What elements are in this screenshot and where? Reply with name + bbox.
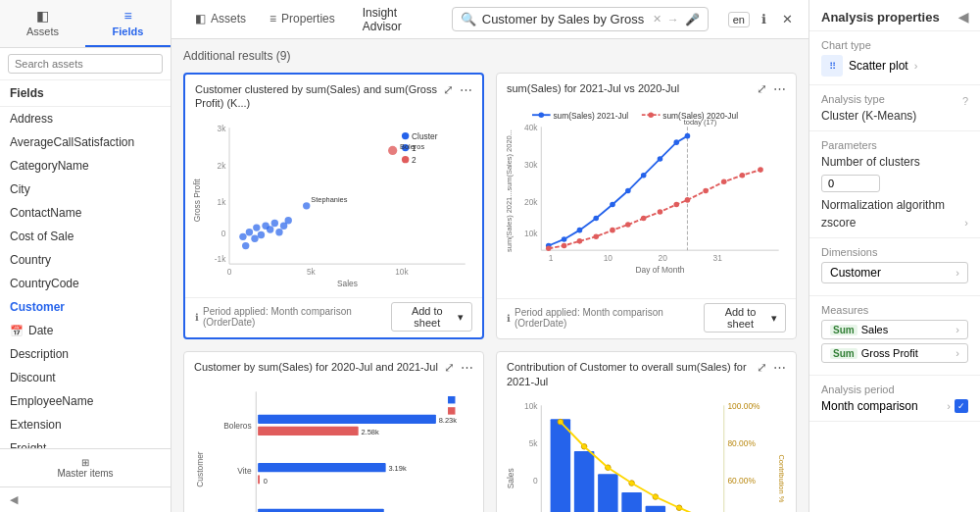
field-freight[interactable]: Freight xyxy=(0,436,171,448)
svg-text:0: 0 xyxy=(227,267,232,277)
info-btn[interactable]: ℹ xyxy=(758,10,770,28)
more-icon[interactable]: ⋯ xyxy=(773,81,786,96)
measure-sales-tag[interactable]: Sum Sales › xyxy=(821,320,968,339)
search-bar: 🔍 ✕ → 🎤 xyxy=(452,7,709,31)
svg-text:5k: 5k xyxy=(307,267,317,277)
analysis-period-label: Analysis period xyxy=(821,384,968,395)
svg-point-35 xyxy=(538,112,544,118)
chart-line[interactable]: sum(Sales) for 2021-Jul vs 2020-Jul ⤢ ⋯ … xyxy=(496,73,797,339)
add-to-sheet-btn-1[interactable]: Add to sheet ▾ xyxy=(391,302,472,332)
sidebar-tab-assets[interactable]: ◧ Assets xyxy=(0,0,85,47)
panel-collapse-btn[interactable]: ◀ xyxy=(958,10,968,25)
analysis-type-value[interactable]: Cluster (K-Means) xyxy=(821,109,968,123)
arrow-icon[interactable]: → xyxy=(667,13,679,26)
more-icon[interactable]: ⋯ xyxy=(460,82,472,97)
sidebar-tabs: ◧ Assets ≡ Fields xyxy=(0,0,171,48)
svg-text:Boleros: Boleros xyxy=(223,421,251,431)
normalization-value-row[interactable]: zscore › xyxy=(821,216,968,230)
field-discount[interactable]: Discount xyxy=(0,366,171,389)
svg-text:Day of Month: Day of Month xyxy=(636,265,685,275)
svg-text:sum(Sales) 2021-Jul: sum(Sales) 2021-Jul xyxy=(553,111,628,121)
svg-text:3.19k: 3.19k xyxy=(388,465,406,474)
chart-scatter[interactable]: Customer clustered by sum(Sales) and sum… xyxy=(183,73,484,339)
more-icon[interactable]: ⋯ xyxy=(773,360,786,375)
nav-tab-properties[interactable]: ≡ Properties xyxy=(258,6,347,33)
expand-icon[interactable]: ⤢ xyxy=(444,360,455,375)
fields-list: Address AverageCallSatisfaction Category… xyxy=(0,107,171,448)
sidebar-tab-fields[interactable]: ≡ Fields xyxy=(85,0,171,47)
search-assets-input[interactable] xyxy=(8,54,163,74)
analysis-info-btn[interactable]: ? xyxy=(962,95,968,107)
svg-point-29 xyxy=(285,217,292,224)
svg-rect-114 xyxy=(621,492,642,512)
search-box xyxy=(0,48,171,80)
chevron-right-icon: › xyxy=(956,267,959,279)
expand-icon[interactable]: ⤢ xyxy=(757,81,767,96)
sum-badge: Sum xyxy=(830,325,858,335)
add-sheet-label: Add to sheet xyxy=(712,306,768,330)
dropdown-icon: ▾ xyxy=(771,312,777,325)
field-name: Discount xyxy=(10,371,56,384)
chart-bar[interactable]: Customer by sum(Sales) for 2020-Jul and … xyxy=(183,351,484,512)
field-date[interactable]: 📅 Date xyxy=(0,319,171,342)
svg-point-55 xyxy=(562,236,567,242)
dimension-tag[interactable]: Customer › xyxy=(821,262,968,283)
fields-icon: ≡ xyxy=(89,8,167,24)
field-employee[interactable]: EmployeeName xyxy=(0,389,171,413)
chart-title: Customer by sum(Sales) for 2020-Jul and … xyxy=(194,360,444,374)
fields-label: Fields xyxy=(113,26,144,37)
chart-actions: ⤢ ⋯ xyxy=(757,360,786,375)
svg-text:8.23k: 8.23k xyxy=(439,417,457,426)
chart-title: sum(Sales) for 2021-Jul vs 2020-Jul xyxy=(507,81,757,95)
results-area: Additional results (9) Customer clustere… xyxy=(172,39,808,512)
mic-icon[interactable]: 🎤 xyxy=(685,13,700,26)
field-avgcall[interactable]: AverageCallSatisfaction xyxy=(0,130,171,154)
field-country[interactable]: Country xyxy=(0,248,171,272)
analysis-type-label: Analysis type xyxy=(821,93,885,105)
close-btn[interactable]: ✕ xyxy=(778,10,797,28)
field-address[interactable]: Address xyxy=(0,107,171,130)
analysis-period-row: Month comparison › ✓ xyxy=(821,399,968,413)
chart-type-chip[interactable]: ⠿ Scatter plot › xyxy=(821,55,968,77)
svg-point-18 xyxy=(239,232,246,239)
master-items-label: Master items xyxy=(57,468,113,479)
field-extension[interactable]: Extension xyxy=(0,413,171,436)
measure-gp-tag[interactable]: Sum Gross Profit › xyxy=(821,343,968,363)
field-name: Freight xyxy=(10,441,46,448)
search-input[interactable] xyxy=(482,12,647,26)
field-costofsale[interactable]: Cost of Sale xyxy=(0,225,171,248)
measure-row: Sum Sales › xyxy=(830,324,959,335)
master-items-btn[interactable]: ⊞ Master items xyxy=(0,448,171,486)
measures-label: Measures xyxy=(821,304,968,316)
expand-icon[interactable]: ⤢ xyxy=(443,82,454,97)
sum-badge: Sum xyxy=(830,348,858,359)
field-name: Description xyxy=(10,347,69,361)
chart-footer: ℹ Period applied: Month comparison (Orde… xyxy=(497,298,796,338)
analysis-type-row: Analysis type ? xyxy=(821,93,968,109)
field-city[interactable]: City xyxy=(0,178,171,201)
more-icon[interactable]: ⋯ xyxy=(461,360,473,375)
field-category[interactable]: CategoryName xyxy=(0,154,171,178)
field-name: CountryCode xyxy=(10,277,79,290)
sidebar-collapse-btn[interactable]: ◀ xyxy=(0,486,171,512)
svg-rect-88 xyxy=(258,464,386,473)
nav-tab-assets[interactable]: ◧ Assets xyxy=(183,6,258,33)
add-sheet-label: Add to sheet xyxy=(400,305,455,329)
period-text: Period applied: Month comparison (OrderD… xyxy=(203,306,391,328)
expand-icon[interactable]: ⤢ xyxy=(757,360,767,375)
add-to-sheet-btn-2[interactable]: Add to sheet ▾ xyxy=(704,303,786,333)
lang-badge[interactable]: en xyxy=(728,12,750,27)
svg-rect-16 xyxy=(402,156,409,163)
clear-search-icon[interactable]: ✕ xyxy=(653,13,662,26)
chart-actions: ⤢ ⋯ xyxy=(443,82,472,97)
field-customer[interactable]: Customer xyxy=(0,295,171,319)
field-countrycode[interactable]: CountryCode xyxy=(0,272,171,295)
field-description[interactable]: Description xyxy=(0,342,171,366)
svg-point-24 xyxy=(251,234,258,241)
chart-waterfall[interactable]: Contribution of Customer to overall sum(… xyxy=(496,351,797,512)
num-clusters-input[interactable] xyxy=(821,175,880,192)
line-svg: sum(Sales) 2021-Jul sum(Sales) 2020-Jul … xyxy=(505,104,788,278)
field-contact[interactable]: ContactName xyxy=(0,201,171,225)
period-checkbox[interactable]: ✓ xyxy=(955,399,968,413)
svg-point-64 xyxy=(546,245,552,251)
